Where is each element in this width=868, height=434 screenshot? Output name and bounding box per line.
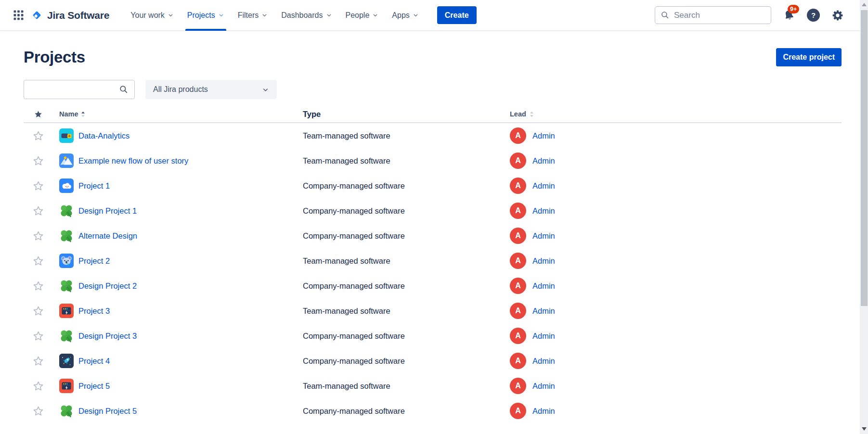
lead-name-link[interactable]: Admin bbox=[532, 281, 555, 291]
project-avatar-icon bbox=[59, 128, 74, 143]
project-type: Company-managed software bbox=[303, 181, 510, 191]
lead-avatar: A bbox=[510, 378, 526, 394]
lead-name-link[interactable]: Admin bbox=[532, 332, 555, 341]
table-row: Design Project 1 Company-managed softwar… bbox=[24, 198, 842, 223]
project-avatar-icon bbox=[59, 279, 74, 293]
nav-item-filters[interactable]: Filters bbox=[231, 0, 275, 31]
favorite-star-button[interactable] bbox=[31, 154, 45, 168]
star-outline-icon bbox=[32, 355, 44, 367]
project-name-link[interactable]: Project 5 bbox=[78, 382, 110, 391]
lead-name-link[interactable]: Admin bbox=[532, 231, 555, 241]
product-filter-dropdown[interactable]: All Jira products bbox=[145, 80, 277, 99]
scroll-down-arrow-icon[interactable] bbox=[862, 427, 867, 431]
nav-item-people[interactable]: People bbox=[339, 0, 386, 31]
global-search-input[interactable] bbox=[674, 11, 765, 20]
filter-bar: All Jira products bbox=[24, 80, 842, 99]
project-name-link[interactable]: Example new flow of user story bbox=[78, 156, 188, 166]
lead-name-link[interactable]: Admin bbox=[532, 181, 555, 191]
lead-avatar: A bbox=[510, 353, 526, 369]
chevron-down-icon bbox=[261, 12, 268, 18]
create-project-button[interactable]: Create project bbox=[776, 48, 842, 66]
star-outline-icon bbox=[32, 380, 44, 392]
nav-item-dashboards[interactable]: Dashboards bbox=[274, 0, 338, 31]
project-search-input[interactable] bbox=[30, 85, 119, 94]
column-header-name[interactable]: Name bbox=[59, 110, 78, 118]
column-header-lead[interactable]: Lead bbox=[510, 110, 526, 118]
favorite-star-button[interactable] bbox=[31, 379, 45, 393]
lead-name-link[interactable]: Admin bbox=[532, 206, 555, 216]
star-outline-icon bbox=[32, 305, 44, 317]
table-row: Project 1 Company-managed software A Adm… bbox=[24, 173, 842, 198]
project-type: Team-managed software bbox=[303, 382, 510, 391]
nav-item-your-work[interactable]: Your work bbox=[124, 0, 181, 31]
lead-name-link[interactable]: Admin bbox=[532, 357, 555, 366]
project-name-link[interactable]: Project 3 bbox=[78, 306, 110, 316]
project-avatar-icon bbox=[59, 254, 74, 268]
star-outline-icon bbox=[32, 405, 44, 417]
project-type: Company-managed software bbox=[303, 407, 510, 416]
lead-name-link[interactable]: Admin bbox=[532, 156, 555, 166]
app-switcher-button[interactable] bbox=[10, 6, 27, 24]
main-content: Projects Create project All Jira product… bbox=[0, 48, 868, 423]
scroll-up-arrow-icon[interactable] bbox=[862, 3, 867, 6]
lead-name-link[interactable]: Admin bbox=[532, 131, 555, 140]
project-name-link[interactable]: Data-Analytics bbox=[78, 131, 130, 140]
project-type: Team-managed software bbox=[303, 306, 510, 316]
lead-name-link[interactable]: Admin bbox=[532, 306, 555, 316]
clover-project-icon bbox=[59, 279, 74, 293]
star-outline-icon bbox=[32, 155, 44, 167]
project-name-link[interactable]: Project 1 bbox=[78, 181, 110, 191]
global-search-box[interactable] bbox=[655, 6, 771, 24]
lead-avatar: A bbox=[510, 253, 526, 269]
primary-navigation: Your work Projects Filters Dashboards Pe… bbox=[124, 0, 426, 31]
project-type: Company-managed software bbox=[303, 206, 510, 216]
settings-button[interactable] bbox=[831, 9, 844, 22]
lead-name-link[interactable]: Admin bbox=[532, 407, 555, 416]
koala-project-icon bbox=[59, 254, 74, 268]
table-row: Design Project 3 Company-managed softwar… bbox=[24, 323, 842, 348]
jira-diamond-icon bbox=[30, 9, 43, 22]
project-avatar-icon bbox=[59, 354, 74, 368]
star-outline-icon bbox=[32, 230, 44, 242]
project-name-link[interactable]: Design Project 1 bbox=[78, 206, 137, 216]
question-mark-icon: ? bbox=[807, 9, 820, 22]
nav-item-apps[interactable]: Apps bbox=[385, 0, 425, 31]
vertical-scrollbar[interactable] bbox=[860, 0, 868, 434]
help-button[interactable]: ? bbox=[807, 9, 820, 22]
project-name-link[interactable]: Alternate Design bbox=[78, 231, 137, 241]
scrollbar-thumb[interactable] bbox=[861, 10, 868, 306]
favorite-star-button[interactable] bbox=[31, 229, 45, 243]
project-name-link[interactable]: Design Project 2 bbox=[78, 281, 137, 291]
lead-name-link[interactable]: Admin bbox=[532, 382, 555, 391]
favorite-star-button[interactable] bbox=[31, 279, 45, 293]
lead-avatar: A bbox=[510, 203, 526, 219]
favorite-star-button[interactable] bbox=[31, 304, 45, 318]
lead-name-link[interactable]: Admin bbox=[532, 256, 555, 266]
table-row: Project 3 Team-managed software A Admin bbox=[24, 298, 842, 323]
brand-home-link[interactable]: Jira Software bbox=[30, 9, 109, 22]
clover-project-icon bbox=[59, 229, 74, 243]
project-type: Team-managed software bbox=[303, 256, 510, 266]
table-row: Data-Analytics Team-managed software A A… bbox=[24, 123, 842, 148]
favorite-star-button[interactable] bbox=[31, 329, 45, 343]
nav-item-projects[interactable]: Projects bbox=[181, 0, 231, 31]
project-name-link[interactable]: Design Project 3 bbox=[78, 332, 137, 341]
favorite-star-button[interactable] bbox=[31, 404, 45, 418]
favorite-star-button[interactable] bbox=[31, 254, 45, 268]
create-button[interactable]: Create bbox=[437, 6, 477, 24]
favorite-star-button[interactable] bbox=[31, 129, 45, 143]
project-name-link[interactable]: Design Project 5 bbox=[78, 407, 137, 416]
project-name-link[interactable]: Project 4 bbox=[78, 357, 110, 366]
project-search-box[interactable] bbox=[24, 80, 135, 99]
column-header-type[interactable]: Type bbox=[303, 110, 321, 118]
favorite-star-button[interactable] bbox=[31, 179, 45, 193]
favorite-star-button[interactable] bbox=[31, 204, 45, 218]
project-avatar-icon bbox=[59, 329, 74, 343]
table-row: Design Project 5 Company-managed softwar… bbox=[24, 398, 842, 423]
favorite-star-button[interactable] bbox=[31, 354, 45, 368]
table-row: Alternate Design Company-managed softwar… bbox=[24, 223, 842, 248]
star-outline-icon bbox=[32, 280, 44, 292]
clover-project-icon bbox=[59, 329, 74, 343]
project-name-link[interactable]: Project 2 bbox=[78, 256, 110, 266]
notifications-button[interactable]: 9+ bbox=[783, 9, 795, 22]
